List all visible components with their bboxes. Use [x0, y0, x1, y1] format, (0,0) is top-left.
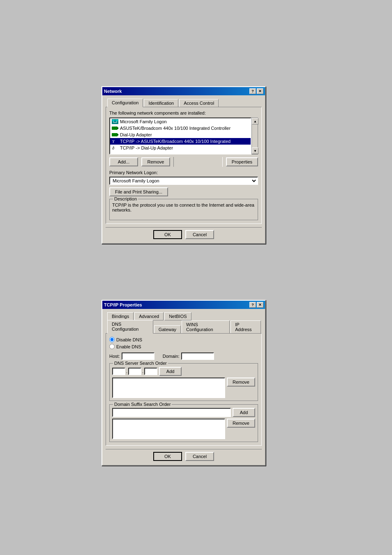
component-buttons: Add... Remove Properties	[109, 157, 258, 167]
list-item[interactable]: Microsoft Family Logon	[110, 118, 251, 125]
domain-input[interactable]	[181, 352, 214, 360]
disable-dns-radio[interactable]	[109, 337, 115, 342]
tcpip-bottom-buttons: OK Cancel	[106, 449, 262, 462]
suffix-input-row: Add	[112, 408, 255, 417]
network-titlebar[interactable]: Network ? ✕	[102, 87, 265, 95]
tcpip-cancel-button[interactable]: Cancel	[185, 452, 214, 461]
network-cancel-button[interactable]: Cancel	[185, 230, 214, 239]
network-ok-button[interactable]: OK	[153, 230, 182, 239]
tcpip-tab-bar-2: DNS Configuration Gateway WINS Configura…	[106, 320, 262, 334]
tab-identification[interactable]: Identification	[144, 99, 178, 107]
dns-octets: . .	[112, 367, 157, 376]
network-bottom-buttons: OK Cancel	[106, 227, 262, 240]
component-text: TCP/IP -> Dial-Up Adapter	[120, 145, 173, 150]
host-input[interactable]	[122, 352, 154, 360]
primary-logon-row: Microsoft Family Logon	[109, 177, 258, 185]
protocol2-icon: ð	[112, 145, 118, 151]
svg-text:ð: ð	[112, 146, 114, 150]
tab-dns-config[interactable]: DNS Configuration	[107, 320, 153, 334]
component-text: TCP/IP -> ASUSTeK/Broadcom 440x 10/100 I…	[120, 139, 231, 144]
dns-octet1-input[interactable]	[112, 368, 125, 375]
tab-bindings[interactable]: Bindings	[107, 312, 134, 320]
tab-access-control[interactable]: Access Control	[179, 99, 219, 107]
add-button[interactable]: Add...	[109, 157, 138, 166]
description-label: Description	[113, 196, 138, 201]
network-dialog-content: Configuration Identification Access Cont…	[102, 95, 265, 243]
list-item[interactable]: ASUSTeK/Broadcom 440x 10/100 Integrated …	[110, 125, 251, 131]
tcpip-close-button[interactable]: ✕	[257, 302, 263, 308]
tab-bar: Configuration Identification Access Cont…	[106, 99, 262, 107]
svg-rect-1	[112, 120, 115, 121]
tab-ip-address[interactable]: IP Address	[231, 320, 261, 334]
primary-logon-label: Primary Network Logon:	[109, 170, 258, 175]
suffix-add-button[interactable]: Add	[233, 408, 255, 417]
tcpip-titlebar-buttons: ? ✕	[249, 302, 263, 308]
network-title: Network	[104, 89, 249, 94]
dns-octet2-input[interactable]	[128, 368, 141, 375]
adapter-icon	[112, 125, 118, 131]
domain-label: Domain:	[163, 354, 180, 359]
tab-wins-config[interactable]: WINS Configuration	[182, 320, 230, 334]
dns-input-row: . . Add	[112, 367, 255, 376]
help-button[interactable]: ?	[249, 88, 256, 94]
tcpip-dialog: TCP/IP Properties ? ✕ Bindings Advanced …	[101, 300, 266, 466]
host-container: Host:	[109, 352, 154, 360]
domain-suffix-label: Domain Suffix Search Order	[113, 402, 172, 407]
enable-dns-text: Enable DNS	[116, 344, 141, 349]
tcpip-ok-button[interactable]: OK	[153, 452, 182, 461]
components-container: Microsoft Family Logon ASUSTeK/Broadcom …	[109, 117, 258, 154]
configuration-tab-content: The following network components are ins…	[106, 107, 262, 224]
tcpip-titlebar[interactable]: TCP/IP Properties ? ✕	[102, 301, 265, 309]
scroll-down[interactable]: ▼	[252, 147, 258, 154]
domain-suffix-groupbox: Domain Suffix Search Order Add Remove	[109, 404, 258, 442]
protocol-icon: Y	[112, 138, 118, 144]
tab-advanced[interactable]: Advanced	[134, 312, 164, 320]
list-scrollbar[interactable]: ▲ ▼	[251, 117, 258, 154]
file-sharing-button[interactable]: File and Print Sharing...	[109, 187, 168, 196]
suffix-input[interactable]	[112, 408, 231, 417]
svg-rect-2	[115, 120, 118, 121]
suffix-list-row: Remove	[112, 419, 255, 439]
disable-dns-label[interactable]: Disable DNS	[109, 337, 258, 342]
enable-dns-row: Enable DNS	[109, 344, 258, 349]
network-icon	[112, 119, 118, 124]
tcpip-help-button[interactable]: ?	[249, 302, 256, 308]
dns-server-groupbox: DNS Server Search Order . . Add Remove	[109, 363, 258, 401]
component-text: Microsoft Family Logon	[120, 119, 167, 124]
dns-list-row: Remove	[112, 378, 255, 398]
tab-gateway[interactable]: Gateway	[154, 325, 181, 334]
properties-button[interactable]: Properties	[226, 157, 258, 166]
component-text: Dial-Up Adapter	[120, 132, 152, 137]
dns-octet3-input[interactable]	[144, 368, 157, 375]
dns-server-list[interactable]	[112, 378, 225, 398]
domain-suffix-list[interactable]	[112, 419, 225, 439]
dns-remove-button[interactable]: Remove	[227, 378, 255, 387]
close-button[interactable]: ✕	[257, 88, 263, 94]
list-item-selected[interactable]: Y TCP/IP -> ASUSTeK/Broadcom 440x 10/100…	[110, 138, 251, 145]
dialup-icon	[112, 132, 118, 138]
svg-rect-8	[112, 133, 118, 136]
titlebar-buttons: ? ✕	[249, 88, 263, 94]
components-list[interactable]: Microsoft Family Logon ASUSTeK/Broadcom …	[109, 117, 251, 154]
primary-logon-select[interactable]: Microsoft Family Logon	[109, 177, 258, 185]
list-item[interactable]: Dial-Up Adapter	[110, 131, 251, 138]
disable-dns-row: Disable DNS	[109, 337, 258, 342]
remove-button[interactable]: Remove	[141, 157, 170, 166]
domain-container: Domain:	[163, 352, 214, 360]
description-groupbox: Description TCP/IP is the protocol you u…	[109, 199, 258, 220]
enable-dns-radio[interactable]	[109, 344, 115, 349]
scroll-up[interactable]: ▲	[252, 118, 258, 124]
description-text: TCP/IP is the protocol you use to connec…	[112, 203, 255, 217]
component-text: ASUSTeK/Broadcom 440x 10/100 Integrated …	[120, 126, 231, 131]
host-label: Host:	[109, 354, 120, 359]
list-item[interactable]: ð TCP/IP -> Dial-Up Adapter	[110, 145, 251, 151]
suffix-remove-button[interactable]: Remove	[227, 419, 255, 428]
svg-rect-6	[112, 127, 118, 130]
tab-configuration[interactable]: Configuration	[107, 99, 143, 107]
svg-rect-7	[118, 127, 118, 129]
dns-add-button[interactable]: Add	[159, 367, 182, 376]
tab-netbios[interactable]: NetBIOS	[164, 312, 191, 320]
tcpip-dialog-content: Bindings Advanced NetBIOS DNS Configurat…	[102, 309, 265, 465]
enable-dns-label[interactable]: Enable DNS	[109, 344, 258, 349]
host-domain-row: Host: Domain:	[109, 352, 258, 360]
